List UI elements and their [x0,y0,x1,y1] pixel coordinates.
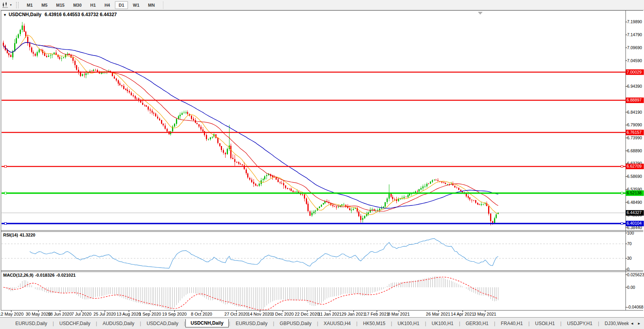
ma-fast-line [4,35,498,215]
symbol-tab-hk50-m15[interactable]: HK50,M15 [358,320,390,327]
tab-scroll-buttons: ◄ ► [630,322,641,325]
symbol-tab-usoil-h1[interactable]: USOil,H1 [530,320,560,327]
chart-ohlc-values: 6.43916 6.44553 6.43732 6.44327 [44,12,117,17]
price-axis[interactable]: 7.198907.147907.096907.045906.994906.943… [625,19,642,230]
date-axis[interactable]: 12 May 202030 May 202018 Jun 20207 Jul 2… [0,311,496,316]
hline-handle [621,192,623,194]
svg-text:7.04590: 7.04590 [627,58,642,63]
svg-text:7 Jul 2020: 7 Jul 2020 [72,312,92,316]
ma-mid-line [4,43,498,211]
timeframe-button-w1[interactable]: W1 [130,1,143,9]
svg-text:6.73990: 6.73990 [627,135,642,140]
tab-scroll-right-icon[interactable]: ► [637,322,641,325]
symbol-tab-usdcnh-daily[interactable]: USDCNH,Daily [185,319,228,327]
rsi-name: RSI(14) [3,233,18,237]
timeframe-button-mn[interactable]: MN [144,1,158,9]
timeframe-button-m30[interactable]: M30 [70,1,85,9]
svg-text:22 Dec 2020: 22 Dec 2020 [295,312,319,316]
toolbar-separator [163,1,163,9]
svg-text:0: 0 [627,267,629,272]
rsi-pane [2,238,625,268]
hline-handle [621,222,623,224]
svg-text:26 Mar 2021: 26 Mar 2021 [426,312,450,316]
macd-axis[interactable]: 0.0256230.00-0.04068 [625,272,644,310]
symbol-tab-audusd-daily[interactable]: AUDUSD,Daily [98,320,140,327]
svg-text:6.84190: 6.84190 [627,110,642,115]
symbol-tab-uk100-h1[interactable]: UK100,H1 [392,320,424,327]
hline-handle [5,222,7,224]
macd-name: MACD(12,26,9) [3,273,33,277]
svg-text:30 May 2020: 30 May 2020 [26,312,51,316]
symbol-tab-uk100-h1[interactable]: UK100,H1 [427,320,459,327]
chart-canvas: 7.198907.147907.096907.045906.994906.943… [0,0,644,329]
tab-scroll-left-icon[interactable]: ◄ [630,322,634,325]
svg-text:13 Aug 2020: 13 Aug 2020 [117,312,141,316]
toolbar-dropdown-caret-icon[interactable]: ▼ [9,4,12,6]
chart-collapse-icon[interactable]: ▼ [3,13,7,17]
svg-text:12 May 2020: 12 May 2020 [0,312,24,316]
svg-text:6.62709: 6.62709 [627,164,642,168]
svg-text:100: 100 [627,231,634,235]
symbol-tab-xauusd-h4[interactable]: XAUUSD,H4 [318,320,356,327]
horizontal-lines[interactable] [2,72,625,224]
symbol-tab-eurusd-daily[interactable]: EURUSD,Daily [231,320,273,327]
macd-signal-line [4,277,498,310]
symbol-tab-bar: EURUSD,Daily|USDCHF,Daily|AUDUSD,Daily|U… [0,317,644,329]
timeframe-button-h1[interactable]: H1 [87,1,99,9]
svg-text:27 Oct 2020: 27 Oct 2020 [224,312,248,316]
svg-text:18 Jun 2020: 18 Jun 2020 [48,312,72,316]
rsi-line [30,238,498,268]
symbol-tab-gbpusd-daily[interactable]: GBPUSD,Daily [275,320,317,327]
rsi-axis[interactable]: 10070300 [625,231,634,272]
toolbar-grip[interactable] [16,2,19,8]
symbol-tab-fra40-h1[interactable]: FRA40,H1 [496,320,528,327]
symbol-tab-usdjpy-h1[interactable]: USDJPY,H1 [562,320,597,327]
timeframe-button-m1[interactable]: M1 [23,1,36,9]
svg-text:6.76157: 6.76157 [627,130,642,135]
svg-text:0.00: 0.00 [627,285,635,290]
svg-text:11 Jan 2021: 11 Jan 2021 [318,312,342,316]
svg-text:1 Sep 2020: 1 Sep 2020 [139,312,161,316]
hline-handle [621,165,623,167]
symbol-tab-ger30-h1[interactable]: GER30,H1 [461,320,494,327]
timeframe-button-h4[interactable]: H4 [101,1,113,9]
svg-text:25 Jul 2020: 25 Jul 2020 [94,312,116,316]
svg-text:-0.04068: -0.04068 [627,305,644,309]
svg-text:0.025623: 0.025623 [627,272,644,277]
hline-handle [5,165,7,167]
svg-text:7.19890: 7.19890 [627,19,642,24]
svg-text:7.14790: 7.14790 [627,32,642,37]
timeframe-button-group: M1M5M15M30H1H4D1W1MN [22,1,159,9]
svg-text:7.09690: 7.09690 [627,45,642,50]
ma-slow-line [4,43,498,209]
rsi-indicator-label: RSI(14)41.3220 [3,233,37,237]
timeframe-button-m15[interactable]: M15 [53,1,68,9]
symbol-tab-dj30-weekly[interactable]: DJ30,Weekly [600,320,629,327]
candles-layer [3,22,499,225]
svg-text:8 Oct 2020: 8 Oct 2020 [191,312,212,316]
symbol-tab-usdcad-daily[interactable]: USDCAD,Daily [141,320,183,327]
svg-text:6.44327: 6.44327 [627,210,642,215]
chart-shift-marker-icon[interactable] [478,12,483,15]
pane-borders [1,11,643,311]
svg-text:3 May 2021: 3 May 2021 [474,312,496,316]
chart-title: ▼USDCNH,Daily6.43916 6.44553 6.43732 6.4… [3,12,117,17]
svg-text:29 Jan 2021: 29 Jan 2021 [342,312,366,316]
chart-type-icon[interactable] [2,2,9,8]
svg-text:14 Nov 2020: 14 Nov 2020 [248,312,272,316]
svg-text:6.94390: 6.94390 [627,84,642,89]
svg-text:6.52138: 6.52138 [627,190,642,195]
svg-text:6.79090: 6.79090 [627,122,642,127]
timeframe-button-d1[interactable]: D1 [115,1,128,9]
svg-text:17 Feb 2021: 17 Feb 2021 [365,312,389,316]
macd-signal [4,277,498,310]
symbol-tabs: EURUSD,Daily|USDCHF,Daily|AUDUSD,Daily|U… [10,319,629,328]
svg-text:8 Mar 2021: 8 Mar 2021 [388,312,410,316]
symbol-tab-eurusd-daily[interactable]: EURUSD,Daily [10,320,52,327]
symbol-tab-usdchf-daily[interactable]: USDCHF,Daily [54,320,96,327]
timeframe-button-m5[interactable]: M5 [38,1,51,9]
svg-text:30: 30 [627,256,632,261]
rsi-value: 41.3220 [20,233,35,237]
svg-text:19 Sep 2020: 19 Sep 2020 [162,312,187,316]
macd-signal-value: -0.021021 [56,273,76,277]
